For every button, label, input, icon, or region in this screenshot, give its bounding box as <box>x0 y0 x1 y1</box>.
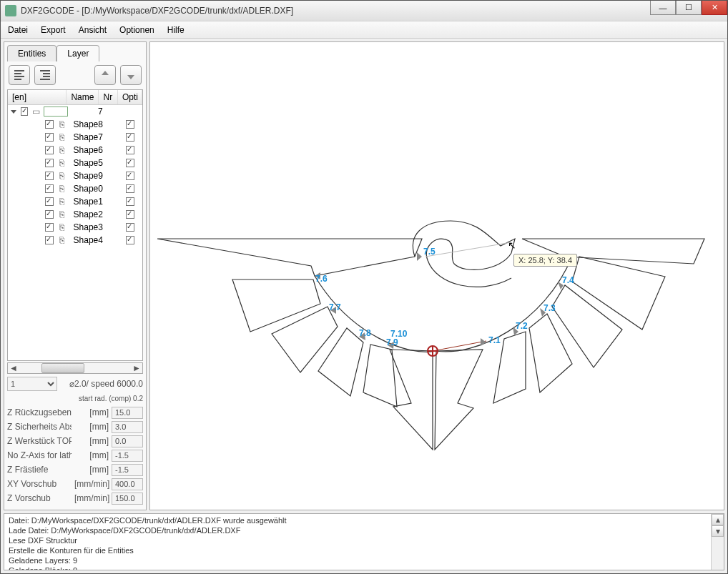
menu-export[interactable]: Export <box>41 25 66 35</box>
cursor-icon: ↖ <box>508 239 516 251</box>
tree-row[interactable]: ⎘Shape6 <box>8 144 142 157</box>
param-label: Z Sicherheits Abstand <box>7 422 72 432</box>
align-left-button[interactable] <box>9 65 30 85</box>
th-name[interactable]: Name <box>67 90 99 104</box>
tree-row[interactable]: ⎘Shape7 <box>8 131 142 144</box>
log-scrollbar[interactable]: ▴▾ <box>711 514 724 570</box>
maximize-button[interactable]: ☐ <box>676 1 702 15</box>
param-value[interactable] <box>112 435 143 447</box>
tree-row[interactable]: ⎘Shape5 <box>8 157 142 169</box>
shape-label: 7.4 <box>562 275 574 285</box>
row-checkbox[interactable] <box>45 223 54 232</box>
row-checkbox[interactable] <box>45 197 54 206</box>
param-unit: [mm/min] <box>74 479 109 489</box>
row-nr: 6 <box>98 145 118 155</box>
row-nr: 2 <box>98 209 118 219</box>
close-button[interactable]: ✕ <box>702 1 727 15</box>
param-label: XY Vorschub <box>7 479 72 489</box>
drawing-canvas[interactable]: 7.57.67.77.87.107.97.17.27.37.4 ↖ X: 25.… <box>149 41 724 510</box>
shape-icon: ⎘ <box>56 145 68 155</box>
shape-label: 7.7 <box>329 302 341 312</box>
param-row: Z Vorschub[mm/min] <box>7 491 143 505</box>
align-indent-button[interactable] <box>34 65 56 85</box>
row-name: Shape <box>72 197 99 207</box>
row-checkbox[interactable] <box>45 210 54 219</box>
move-down-button[interactable] <box>120 65 142 85</box>
row-name: Shape <box>72 171 99 181</box>
tree-row[interactable]: ⎘Shape8 <box>8 118 142 131</box>
param-value[interactable] <box>112 450 143 462</box>
row-opt-checkbox[interactable] <box>126 172 134 180</box>
row-opt-checkbox[interactable] <box>126 236 134 244</box>
param-value[interactable] <box>112 421 143 433</box>
minimize-button[interactable]: — <box>650 1 676 15</box>
row-checkbox[interactable] <box>45 172 54 180</box>
param-label: No Z-Axis for lathe <box>7 450 72 460</box>
row-opt-checkbox[interactable] <box>126 120 134 129</box>
row-opt-checkbox[interactable] <box>126 184 134 193</box>
row-checkbox[interactable] <box>45 236 54 244</box>
row-name: Shape <box>72 184 99 194</box>
row-checkbox[interactable] <box>45 159 54 167</box>
menu-view[interactable]: Ansicht <box>79 25 107 35</box>
row-nr: 1 <box>98 197 118 207</box>
titlebar: DXF2GCODE - [D:/MyWorkspace/DXF2GCODE/tr… <box>1 1 727 21</box>
shape-icon: ⎘ <box>56 158 68 168</box>
shape-icon: ⎘ <box>56 209 68 219</box>
row-opt-checkbox[interactable] <box>126 146 134 154</box>
tree-row[interactable]: ⎘Shape0 <box>8 182 142 195</box>
log-line: Lade Datei: D:/MyWorkspace/DXF2GCODE/tru… <box>9 525 719 535</box>
row-nr: 9 <box>98 171 118 181</box>
row-nr: 7 <box>98 132 118 142</box>
row-checkbox[interactable] <box>45 184 54 193</box>
row-opt-checkbox[interactable] <box>126 133 134 142</box>
menu-options[interactable]: Optionen <box>119 25 154 35</box>
row-opt-checkbox[interactable] <box>126 210 134 219</box>
move-up-button[interactable] <box>94 65 116 85</box>
tree-root-row[interactable]: ▭ 7 <box>8 105 142 118</box>
tool-select[interactable]: 1 <box>7 377 57 391</box>
param-unit: [mm] <box>74 450 109 460</box>
tree-hscroll[interactable]: ◄► <box>7 362 143 374</box>
row-nr: 3 <box>98 222 118 232</box>
param-value[interactable] <box>112 464 143 476</box>
shape-label: 7.5 <box>423 247 436 257</box>
menu-file[interactable]: Datei <box>8 25 28 35</box>
param-value[interactable] <box>112 407 143 419</box>
row-nr: 0 <box>98 184 118 194</box>
param-label: Z Frästiefe <box>7 465 72 475</box>
tree-row[interactable]: ⎘Shape9 <box>8 169 142 182</box>
tree-row[interactable]: ⎘Shape1 <box>8 195 142 208</box>
layer-tree[interactable]: [en] Name Nr Opti ▭ 7 ⎘Shape <box>7 89 143 361</box>
row-opt-checkbox[interactable] <box>126 223 134 232</box>
tab-entities[interactable]: Entities <box>7 45 56 61</box>
root-name-input[interactable] <box>44 107 68 117</box>
shape-label: 7.3 <box>543 303 556 313</box>
log-line: Geladene Blöcke: 0 <box>9 565 719 570</box>
root-checkbox[interactable] <box>21 107 28 116</box>
row-opt-checkbox[interactable] <box>126 159 134 167</box>
shape-icon: ⎘ <box>56 119 68 129</box>
th-opt[interactable]: Opti <box>118 90 142 104</box>
log-panel[interactable]: Datei: D:/MyWorkspace/DXF2GCODE/trunk/dx… <box>4 513 724 570</box>
row-checkbox[interactable] <box>45 133 54 142</box>
row-checkbox[interactable] <box>45 146 54 154</box>
row-name: Shape <box>72 209 99 219</box>
menu-help[interactable]: Hilfe <box>167 25 185 35</box>
tree-row[interactable]: ⎘Shape4 <box>8 234 142 247</box>
th-en[interactable]: [en] <box>8 90 67 104</box>
param-row: Z Rückzugsebene[mm] <box>7 405 143 420</box>
row-opt-checkbox[interactable] <box>126 197 134 206</box>
param-value[interactable] <box>112 478 143 490</box>
param-value[interactable] <box>112 493 143 505</box>
tree-row[interactable]: ⎘Shape2 <box>8 208 142 221</box>
expand-icon[interactable] <box>11 110 16 114</box>
param-row: No Z-Axis for lathe[mm] <box>7 448 143 462</box>
side-panel: Entities Layer [en] Name Nr Opti <box>4 41 147 510</box>
shape-label: 7.9 <box>386 337 398 347</box>
th-nr[interactable]: Nr <box>99 90 118 104</box>
param-row: Z Frästiefe[mm] <box>7 462 143 477</box>
row-checkbox[interactable] <box>45 120 54 129</box>
tree-row[interactable]: ⎘Shape3 <box>8 221 142 234</box>
tab-layer[interactable]: Layer <box>56 45 99 61</box>
